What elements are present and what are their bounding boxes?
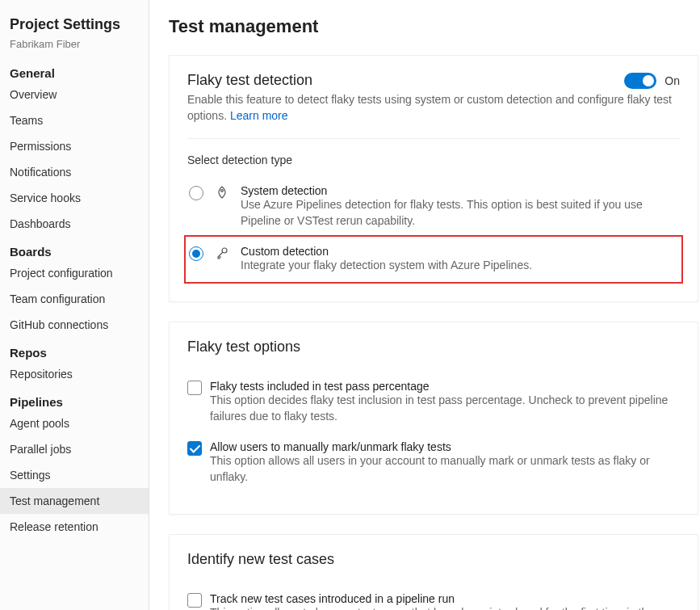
identify-option[interactable]: Track new test cases introduced in a pip… — [187, 587, 680, 610]
flaky-options-heading: Flaky test options — [187, 339, 680, 355]
sidebar-item-service-hooks[interactable]: Service hooks — [0, 185, 149, 211]
flaky-option[interactable]: Flaky tests included in test pass percen… — [187, 375, 680, 435]
checkbox-label: Flaky tests included in test pass percen… — [210, 380, 680, 393]
checkbox-label: Allow users to manually mark/unmark flak… — [210, 440, 680, 453]
rocket-icon — [215, 186, 229, 199]
sidebar-section-header: Boards — [0, 237, 149, 260]
flaky-detection-desc: Enable this feature to detect flaky test… — [187, 92, 680, 124]
checkbox-input[interactable] — [187, 441, 202, 456]
page-title: Test management — [169, 16, 700, 37]
radio-input[interactable] — [189, 246, 203, 261]
flaky-detection-toggle[interactable] — [624, 73, 656, 89]
sidebar-item-parallel-jobs[interactable]: Parallel jobs — [0, 436, 149, 462]
detection-option-custom-detection[interactable]: Custom detectionIntegrate your flaky det… — [184, 235, 683, 284]
radio-desc: Integrate your flaky detection system wi… — [241, 258, 678, 274]
checkbox-desc: This option allows to log new test cases… — [210, 605, 680, 610]
learn-more-link[interactable]: Learn more — [230, 109, 288, 122]
sidebar-item-project-configuration[interactable]: Project configuration — [0, 260, 149, 286]
main-content: Test management Flaky test detection On … — [149, 0, 700, 610]
sidebar-item-repositories[interactable]: Repositories — [0, 361, 149, 387]
sidebar-item-agent-pools[interactable]: Agent pools — [0, 410, 149, 436]
flaky-detection-heading: Flaky test detection — [187, 72, 312, 89]
sidebar-item-team-configuration[interactable]: Team configuration — [0, 286, 149, 312]
sidebar-item-test-management[interactable]: Test management — [0, 488, 149, 514]
checkbox-desc: This option allows all users in your acc… — [210, 453, 680, 485]
flaky-detection-toggle-wrap: On — [624, 73, 680, 89]
flaky-option[interactable]: Allow users to manually mark/unmark flak… — [187, 435, 680, 496]
sidebar-section-header: Repos — [0, 338, 149, 361]
radio-title: System detection — [241, 184, 678, 197]
flaky-detection-card: Flaky test detection On Enable this feat… — [169, 55, 698, 302]
identify-heading: Identify new test cases — [187, 551, 680, 568]
checkbox-desc: This option decides flaky test inclusion… — [210, 393, 680, 424]
checkbox-label: Track new test cases introduced in a pip… — [210, 592, 680, 605]
select-detection-label: Select detection type — [187, 154, 680, 166]
flaky-options-card: Flaky test options Flaky tests included … — [169, 322, 698, 515]
radio-desc: Use Azure Pipelines detection for flaky … — [241, 197, 678, 229]
sidebar-item-release-retention[interactable]: Release retention — [0, 514, 149, 540]
sidebar-item-settings[interactable]: Settings — [0, 462, 149, 488]
checkbox-input[interactable] — [187, 593, 202, 608]
sidebar-item-github-connections[interactable]: GitHub connections — [0, 312, 149, 338]
sidebar-item-overview[interactable]: Overview — [0, 82, 149, 107]
sidebar-section-header: General — [0, 58, 149, 82]
sidebar: Project Settings Fabrikam Fiber GeneralO… — [0, 0, 149, 610]
radio-title: Custom detection — [241, 245, 678, 258]
wrench-icon — [215, 246, 229, 259]
identify-card: Identify new test cases Track new test c… — [169, 534, 698, 610]
sidebar-item-dashboards[interactable]: Dashboards — [0, 211, 149, 237]
radio-input[interactable] — [189, 186, 203, 200]
sidebar-item-notifications[interactable]: Notifications — [0, 159, 149, 185]
svg-point-0 — [221, 190, 224, 192]
sidebar-item-permissions[interactable]: Permissions — [0, 133, 149, 159]
checkbox-input[interactable] — [187, 381, 202, 395]
detection-option-system-detection[interactable]: System detectionUse Azure Pipelines dete… — [187, 178, 680, 235]
flaky-detection-toggle-label: On — [664, 74, 680, 87]
sidebar-subtitle: Fabrikam Fiber — [0, 38, 149, 58]
divider — [187, 138, 680, 139]
sidebar-item-teams[interactable]: Teams — [0, 107, 149, 133]
sidebar-title: Project Settings — [0, 8, 149, 38]
sidebar-section-header: Pipelines — [0, 387, 149, 410]
